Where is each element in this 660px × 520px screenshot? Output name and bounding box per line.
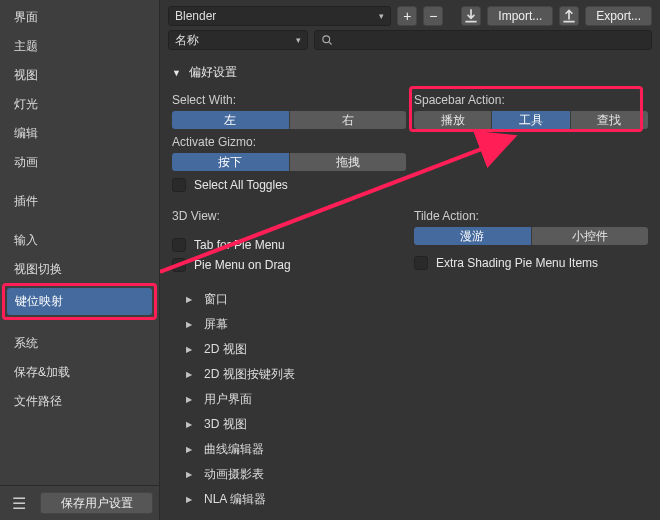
expander-window[interactable]: ▶窗口 [186,287,648,312]
activate-gizmo-label: Activate Gizmo: [172,133,406,153]
expander-dope-sheet[interactable]: ▶动画摄影表 [186,462,648,487]
sidebar-item-keymap[interactable]: 键位映射 [7,288,152,315]
hamburger-icon[interactable]: ☰ [6,492,32,514]
disclosure-triangle-icon: ▼ [172,68,181,78]
chevron-right-icon: ▶ [186,370,194,379]
sidebar-item-navigation[interactable]: 视图切换 [6,256,153,283]
expander-2d-view[interactable]: ▶2D 视图 [186,337,648,362]
import-button[interactable]: Import... [487,6,553,26]
expander-2d-view-keylist[interactable]: ▶2D 视图按键列表 [186,362,648,387]
expander-screen[interactable]: ▶屏幕 [186,312,648,337]
sidebar-highlight: 键位映射 [2,283,157,320]
select-all-toggles-row: Select All Toggles [172,175,406,195]
sidebar-item-input[interactable]: 输入 [6,227,153,254]
col-left: Select With: 左 右 Activate Gizmo: 按下 拖拽 S… [172,91,406,195]
drag-pie-checkbox[interactable] [172,258,186,272]
sidebar-item-file-paths[interactable]: 文件路径 [6,388,153,415]
sidebar-scroll: 界面 主题 视图 灯光 编辑 动画 插件 输入 视图切换 键位映射 系统 保存&… [0,0,159,485]
prefs-title: 偏好设置 [189,64,237,81]
sidebar-item-system[interactable]: 系统 [6,330,153,357]
chevron-right-icon: ▶ [186,345,194,354]
chevron-right-icon: ▶ [186,295,194,304]
three-d-view-label: 3D View: [172,207,406,227]
sidebar-item-viewport[interactable]: 视图 [6,62,153,89]
preset-add-button[interactable]: + [397,6,417,26]
export-button[interactable]: Export... [585,6,652,26]
spacebar-tools[interactable]: 工具 [492,111,570,129]
chevron-down-icon: ▾ [379,11,384,21]
chevron-right-icon: ▶ [186,445,194,454]
col-right: Spacebar Action: 播放 工具 查找 [414,91,648,195]
col-left-2: 3D View: Tab for Pie Menu Pie Menu on Dr… [172,207,406,275]
search-input[interactable] [339,33,645,47]
drag-pie-label: Pie Menu on Drag [194,258,291,272]
select-all-toggles-label: Select All Toggles [194,178,288,192]
tab-pie-label: Tab for Pie Menu [194,238,285,252]
select-with-right[interactable]: 右 [290,111,407,129]
chevron-right-icon: ▶ [186,420,194,429]
expander-3d-view[interactable]: ▶3D 视图 [186,412,648,437]
tab-pie-checkbox[interactable] [172,238,186,252]
spacebar-play[interactable]: 播放 [414,111,492,129]
tilde-navigate[interactable]: 漫游 [414,227,532,245]
spacebar-search[interactable]: 查找 [571,111,648,129]
chevron-right-icon: ▶ [186,320,194,329]
sidebar-item-save-load[interactable]: 保存&加载 [6,359,153,386]
preset-value: Blender [175,9,216,23]
tilde-action-segment: 漫游 小控件 [414,227,648,245]
row-select-spacebar: Select With: 左 右 Activate Gizmo: 按下 拖拽 S… [172,91,648,195]
chevron-right-icon: ▶ [186,470,194,479]
chevron-right-icon: ▶ [186,495,194,504]
col-right-2: Tilde Action: 漫游 小控件 Extra Shading Pie M… [414,207,648,275]
content: ▼ 偏好设置 Select With: 左 右 Activate Gizmo: … [160,58,660,520]
main: Blender ▾ + − Import... Export... 名称 ▾ [160,0,660,520]
save-user-settings-button[interactable]: 保存用户设置 [40,492,153,514]
sidebar-item-editing[interactable]: 编辑 [6,120,153,147]
top-row-2: 名称 ▾ [160,30,660,58]
select-all-toggles-checkbox[interactable] [172,178,186,192]
expander-user-interface[interactable]: ▶用户界面 [186,387,648,412]
sort-dropdown[interactable]: 名称 ▾ [168,30,308,50]
tilde-gizmo[interactable]: 小控件 [532,227,649,245]
drag-pie-row: Pie Menu on Drag [172,255,406,275]
top-row-1: Blender ▾ + − Import... Export... [160,0,660,30]
sidebar-item-lights[interactable]: 灯光 [6,91,153,118]
expander-list: ▶窗口 ▶屏幕 ▶2D 视图 ▶2D 视图按键列表 ▶用户界面 ▶3D 视图 ▶… [172,287,648,512]
sidebar-item-theme[interactable]: 主题 [6,33,153,60]
preset-dropdown[interactable]: Blender ▾ [168,6,391,26]
activate-gizmo-segment: 按下 拖拽 [172,153,406,171]
spacebar-action-label: Spacebar Action: [414,91,648,111]
svg-point-0 [323,36,330,43]
select-with-left[interactable]: 左 [172,111,290,129]
select-with-label: Select With: [172,91,406,111]
extra-pie-row: Extra Shading Pie Menu Items [414,253,648,273]
sidebar: 界面 主题 视图 灯光 编辑 动画 插件 输入 视图切换 键位映射 系统 保存&… [0,0,160,520]
export-icon[interactable] [559,6,579,26]
search-input-wrapper [314,30,652,50]
extra-pie-label: Extra Shading Pie Menu Items [436,256,598,270]
chevron-down-icon: ▾ [296,35,301,45]
prefs-section-header[interactable]: ▼ 偏好设置 [172,58,648,91]
activate-gizmo-drag[interactable]: 拖拽 [290,153,407,171]
activate-gizmo-press[interactable]: 按下 [172,153,290,171]
sort-value: 名称 [175,32,199,49]
expander-nla-editor[interactable]: ▶NLA 编辑器 [186,487,648,512]
tab-pie-row: Tab for Pie Menu [172,235,406,255]
expander-curve-editor[interactable]: ▶曲线编辑器 [186,437,648,462]
spacebar-action-segment: 播放 工具 查找 [414,111,648,129]
import-icon[interactable] [461,6,481,26]
tilde-action-label: Tilde Action: [414,207,648,227]
preset-remove-button[interactable]: − [423,6,443,26]
sidebar-item-animation[interactable]: 动画 [6,149,153,176]
sidebar-footer: ☰ 保存用户设置 [0,485,159,520]
sidebar-item-addons[interactable]: 插件 [6,188,153,215]
extra-pie-checkbox[interactable] [414,256,428,270]
search-icon [321,34,333,46]
select-with-segment: 左 右 [172,111,406,129]
chevron-right-icon: ▶ [186,395,194,404]
sidebar-item-interface[interactable]: 界面 [6,4,153,31]
row-3d-tilde: 3D View: Tab for Pie Menu Pie Menu on Dr… [172,207,648,275]
